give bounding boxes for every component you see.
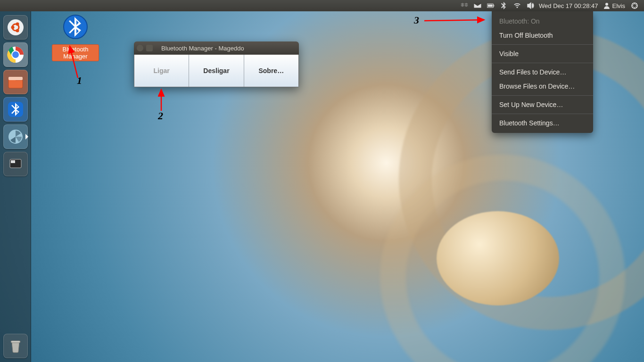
username-label: Elvis bbox=[612, 2, 625, 9]
launcher-shutter[interactable] bbox=[3, 124, 28, 149]
svg-rect-12 bbox=[8, 77, 23, 80]
wallpaper-decor bbox=[437, 211, 559, 305]
annotation-number-2: 2 bbox=[158, 110, 163, 122]
annotation-number-1: 1 bbox=[77, 74, 82, 87]
network-indicator-icon[interactable] bbox=[511, 0, 524, 11]
bluetooth-icon bbox=[63, 14, 88, 40]
dropbox-indicator-icon[interactable] bbox=[458, 0, 471, 11]
top-panel: Wed Dec 17 00:28:47 Elvis bbox=[0, 0, 644, 11]
sobre-button[interactable]: Sobre… bbox=[244, 55, 298, 87]
menu-bt-settings[interactable]: Bluetooth Settings… bbox=[492, 116, 593, 130]
window-minimize-icon[interactable] bbox=[146, 45, 153, 51]
menu-separator bbox=[492, 114, 593, 114]
annotation-number-3: 3 bbox=[414, 14, 419, 26]
window-titlebar[interactable]: Bluetooth Manager - Mageddo bbox=[134, 41, 299, 55]
menu-visible[interactable]: Visible bbox=[492, 47, 593, 61]
svg-rect-16 bbox=[11, 160, 15, 163]
svg-line-22 bbox=[424, 20, 484, 21]
launcher-chrome[interactable] bbox=[3, 42, 28, 67]
window-body: Ligar Desligar Sobre… bbox=[134, 55, 299, 87]
svg-rect-17 bbox=[11, 341, 20, 343]
desktop-icon-label: Bluetooth Manager bbox=[52, 44, 99, 61]
bluetooth-indicator-menu: Bluetooth: On Turn Off Bluetooth Visible… bbox=[492, 11, 593, 133]
session-indicator-icon[interactable] bbox=[628, 0, 641, 11]
svg-rect-1 bbox=[494, 5, 495, 6]
menu-browse-files[interactable]: Browse Files on Device… bbox=[492, 79, 593, 93]
launcher-bluetooth[interactable] bbox=[3, 97, 28, 122]
menu-turn-off-bluetooth[interactable]: Turn Off Bluetooth bbox=[492, 28, 593, 42]
menu-bt-status: Bluetooth: On bbox=[492, 14, 593, 28]
annotation-arrow-3 bbox=[422, 16, 488, 25]
unity-launcher bbox=[0, 11, 31, 362]
clock-indicator[interactable]: Wed Dec 17 00:28:47 bbox=[537, 0, 600, 11]
menu-send-files[interactable]: Send Files to Device… bbox=[492, 65, 593, 79]
launcher-files[interactable] bbox=[3, 70, 28, 94]
desktop-icon-bluetooth-manager[interactable]: Bluetooth Manager bbox=[52, 14, 99, 61]
menu-separator bbox=[492, 95, 593, 96]
launcher-dash[interactable] bbox=[3, 15, 28, 40]
menu-setup-device[interactable]: Set Up New Device… bbox=[492, 98, 593, 112]
launcher-workspace-switcher[interactable] bbox=[3, 152, 28, 176]
menu-separator bbox=[492, 44, 593, 45]
svg-rect-2 bbox=[488, 5, 493, 7]
bluetooth-indicator-icon[interactable] bbox=[497, 0, 511, 11]
annotation-arrow-2 bbox=[156, 87, 170, 113]
bluetooth-manager-window: Bluetooth Manager - Mageddo Ligar Deslig… bbox=[134, 41, 299, 87]
user-indicator[interactable]: Elvis bbox=[600, 0, 628, 11]
ligar-button: Ligar bbox=[134, 55, 189, 87]
menu-separator bbox=[492, 63, 593, 63]
launcher-trash[interactable] bbox=[3, 334, 28, 358]
messages-indicator-icon[interactable] bbox=[471, 0, 484, 11]
window-close-icon[interactable] bbox=[137, 45, 143, 51]
window-title: Bluetooth Manager - Mageddo bbox=[161, 45, 244, 52]
sound-indicator-icon[interactable] bbox=[524, 0, 537, 11]
desligar-button[interactable]: Desligar bbox=[189, 55, 244, 87]
battery-indicator-icon[interactable] bbox=[484, 0, 497, 11]
svg-point-4 bbox=[8, 19, 24, 35]
